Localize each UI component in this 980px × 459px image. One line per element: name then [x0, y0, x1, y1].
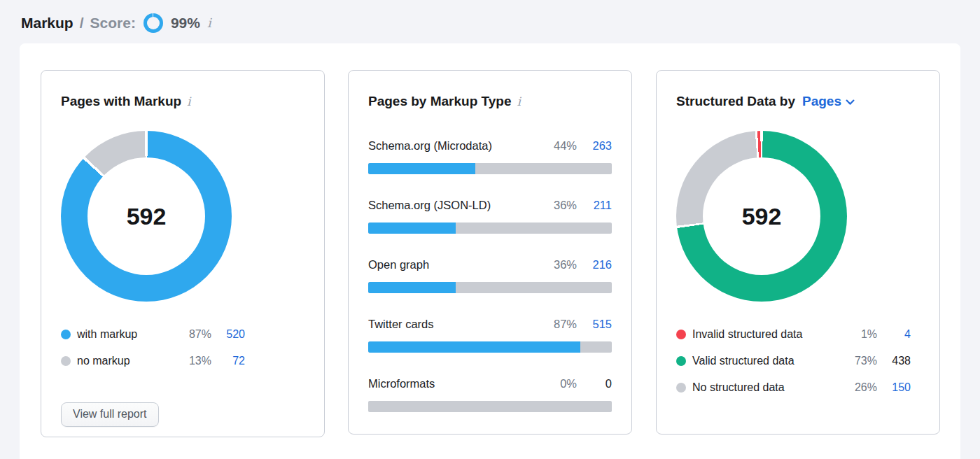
legend-dot-gray — [61, 356, 71, 366]
selector-value: Pages — [802, 93, 841, 110]
markup-type-row: Schema.org (Microdata) 44% 263 — [368, 138, 612, 174]
markup-type-value-link[interactable]: 211 — [584, 197, 612, 213]
markup-type-label: Microformats — [368, 376, 560, 391]
markup-type-percent: 0% — [560, 376, 577, 391]
markup-type-percent: 36% — [554, 257, 577, 272]
markup-type-label: Open graph — [368, 257, 554, 272]
legend-label: with markup — [77, 328, 175, 341]
markup-type-bar-fill — [368, 163, 475, 174]
markup-type-value-link[interactable]: 263 — [584, 138, 612, 153]
card-title-row: Pages by Markup Type i — [368, 93, 612, 110]
legend-value-link[interactable]: 4 — [877, 328, 911, 341]
info-icon[interactable]: i — [207, 17, 211, 29]
legend-percent: 13% — [175, 355, 211, 367]
legend-value: 438 — [877, 355, 911, 367]
card-title: Structured Data by — [676, 93, 795, 110]
breadcrumb-separator: / — [80, 15, 84, 31]
markup-type-label: Twitter cards — [368, 316, 554, 332]
markup-type-row: Schema.org (JSON-LD) 36% 211 — [368, 197, 612, 234]
donut-hole: 592 — [703, 157, 820, 275]
chevron-down-icon — [846, 99, 855, 106]
card-title-row: Structured Data by Pages — [676, 93, 920, 110]
markup-type-label: Schema.org (Microdata) — [368, 138, 554, 153]
donut-hole: 592 — [88, 157, 205, 275]
structured-data-donut-chart[interactable]: 592 — [676, 131, 847, 302]
markup-type-bar-fill — [368, 223, 456, 234]
markup-type-bar-track — [368, 282, 612, 293]
markup-type-percent: 44% — [554, 138, 577, 153]
legend-percent: 26% — [841, 381, 877, 394]
view-full-report-button[interactable]: View full report — [61, 402, 159, 427]
legend-percent: 87% — [175, 328, 211, 341]
total-pages-value: 592 — [127, 203, 167, 230]
markup-type-bar-fill — [368, 341, 580, 353]
legend-item: Invalid structured data 1% 4 — [676, 327, 920, 342]
legend-label: Invalid structured data — [692, 328, 841, 341]
markup-type-bar-track — [368, 341, 612, 353]
score-ring-hole — [147, 17, 160, 29]
markup-type-percent: 36% — [554, 197, 577, 213]
legend-value-link[interactable]: 520 — [211, 328, 245, 341]
card-pages-with-markup: Pages with Markup i 592 with markup 87% … — [41, 70, 325, 437]
legend-percent: 73% — [841, 355, 877, 367]
legend-label: no markup — [77, 355, 175, 367]
markup-type-value-link[interactable]: 216 — [584, 257, 612, 272]
score-label: Score: — [90, 15, 136, 31]
markup-type-bar-track — [368, 163, 612, 174]
card-title: Pages by Markup Type — [368, 93, 512, 110]
legend-item: with markup 87% 520 — [61, 327, 304, 342]
structured-data-legend: Invalid structured data 1% 4 Valid struc… — [676, 327, 920, 395]
score-ring-icon — [144, 13, 163, 33]
legend-dot-green — [676, 356, 686, 366]
info-icon[interactable]: i — [517, 96, 521, 108]
card-pages-by-markup-type: Pages by Markup Type i Schema.org (Micro… — [348, 70, 632, 435]
legend-label: No structured data — [692, 381, 841, 394]
legend-percent: 1% — [841, 328, 877, 341]
legend-value-link[interactable]: 72 — [211, 355, 245, 367]
card-title: Pages with Markup — [61, 93, 181, 110]
card-structured-data: Structured Data by Pages 592 Invalid str… — [656, 70, 940, 435]
markup-type-row: Twitter cards 87% 515 — [368, 316, 612, 353]
markup-type-row: Microformats 0% 0 — [368, 376, 612, 412]
report-panel: Pages with Markup i 592 with markup 87% … — [20, 43, 960, 459]
legend-item: no markup 13% 72 — [61, 353, 304, 369]
markup-type-list: Schema.org (Microdata) 44% 263 Schema.or… — [368, 138, 612, 412]
page-title: Markup — [21, 15, 74, 31]
pages-with-markup-donut-chart[interactable]: 592 — [61, 131, 232, 302]
info-icon[interactable]: i — [187, 96, 190, 108]
markup-type-percent: 87% — [554, 316, 577, 332]
card-title-prefix: Structured Data by — [676, 94, 795, 108]
pages-with-markup-legend: with markup 87% 520 no markup 13% 72 — [61, 327, 304, 369]
legend-label: Valid structured data — [692, 355, 841, 367]
card-title-row: Pages with Markup i — [61, 93, 304, 110]
markup-type-label: Schema.org (JSON-LD) — [368, 197, 554, 213]
legend-dot-blue — [61, 330, 71, 339]
markup-type-value: 0 — [584, 376, 612, 391]
legend-dot-gray — [676, 383, 686, 393]
markup-type-row: Open graph 36% 216 — [368, 257, 612, 293]
legend-item: No structured data 26% 150 — [676, 380, 920, 395]
markup-type-bar-track — [368, 223, 612, 234]
markup-type-bar-track — [368, 401, 612, 412]
page-header: Markup / Score: 99% i — [21, 11, 211, 35]
legend-dot-red — [676, 330, 686, 339]
score-value: 99% — [171, 15, 200, 31]
pages-selector-dropdown[interactable]: Pages — [802, 93, 855, 110]
legend-item: Valid structured data 73% 438 — [676, 353, 920, 369]
markup-type-value-link[interactable]: 515 — [584, 316, 612, 332]
legend-value-link[interactable]: 150 — [877, 381, 911, 394]
total-pages-value: 592 — [742, 203, 782, 230]
markup-type-bar-fill — [368, 282, 456, 293]
